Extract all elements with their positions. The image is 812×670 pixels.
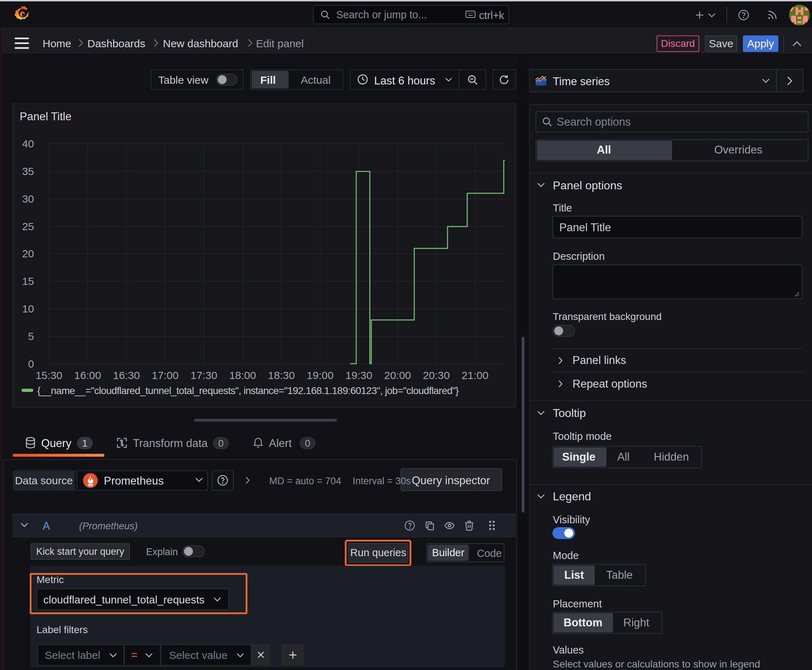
svg-text:18:30: 18:30 xyxy=(268,369,295,381)
svg-text:5: 5 xyxy=(28,330,34,342)
svg-text:20:00: 20:00 xyxy=(384,369,411,381)
svg-text:19:30: 19:30 xyxy=(346,369,372,381)
svg-text:17:00: 17:00 xyxy=(152,369,179,381)
svg-text:40: 40 xyxy=(22,138,34,150)
svg-text:21:00: 21:00 xyxy=(461,369,488,381)
svg-text:20: 20 xyxy=(22,248,34,259)
svg-text:0: 0 xyxy=(28,358,34,370)
svg-text:16:30: 16:30 xyxy=(113,369,140,381)
svg-text:{__name__="cloudflared_tunnel_: {__name__="cloudflared_tunnel_total_requ… xyxy=(37,385,459,396)
svg-text:16:00: 16:00 xyxy=(74,369,101,381)
svg-text:15: 15 xyxy=(22,275,34,287)
svg-text:10: 10 xyxy=(22,303,34,315)
svg-text:18:00: 18:00 xyxy=(229,369,256,381)
svg-text:20:30: 20:30 xyxy=(423,369,450,381)
svg-text:15:30: 15:30 xyxy=(36,369,62,381)
svg-text:17:30: 17:30 xyxy=(190,369,217,381)
svg-text:35: 35 xyxy=(22,165,34,177)
svg-text:19:00: 19:00 xyxy=(307,369,334,381)
svg-text:25: 25 xyxy=(22,220,34,232)
svg-text:30: 30 xyxy=(22,193,34,205)
